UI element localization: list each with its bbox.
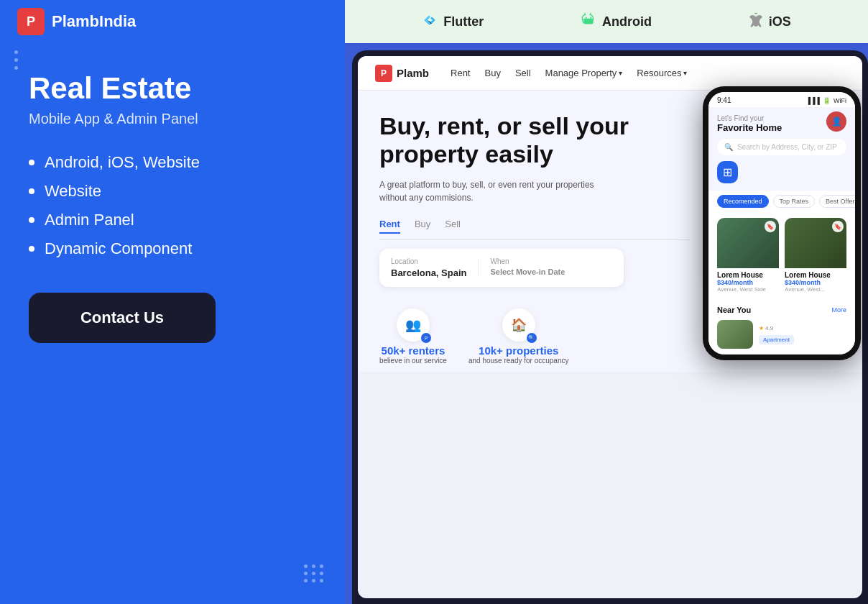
listing-price-2: $340/month [785,279,846,286]
bullet-icon [29,188,34,194]
renters-badge: P [421,333,431,343]
hero-title: Buy, rent, or sell your property easily [379,112,690,168]
near-listing-info: ★ 4.9 Apartment [759,325,846,344]
search-placeholder-text: Search by Address, City, or ZIP [737,143,837,151]
top-bar: P PlambIndia Flutter [0,0,868,43]
stat-renters: 👥 P 50k+ renters believe in our service [379,308,447,365]
logo-section: P PlambIndia [0,0,345,43]
listing-name-1: Lorem House [717,271,779,279]
near-listing-image [717,320,753,349]
feature-list: Android, iOS, Website Website Admin Pane… [29,153,316,258]
flutter-badge: Flutter [422,12,484,32]
chevron-down-icon-2: ▾ [683,69,687,77]
properties-number: 10k+ properties [468,344,569,357]
mobile-user-avatar: 👤 [826,111,846,132]
feature-item-4: Dynamic Component [29,239,316,258]
when-field[interactable]: When Select Move-in Date [490,257,565,278]
right-panel: P Plamb Rent Buy Sell Manage Property ▾ … [345,43,868,604]
listing-address-1: Avenue, West Side [717,286,779,293]
nav-buy[interactable]: Buy [484,68,500,78]
apple-icon [749,12,763,32]
filter-icon: ⊞ [723,165,732,179]
listing-image-1: 🔖 [717,218,779,268]
nav-sell[interactable]: Sell [515,68,531,78]
listing-info-1: Lorem House $340/month Avenue, West Side [717,268,779,296]
save-icon-1[interactable]: 🔖 [765,221,776,232]
renters-label: believe in our service [379,357,447,365]
mobile-hero-section: Let's Find your Favorite Home 👤 🔍 Search… [708,107,855,191]
feature-item-1: Android, iOS, Website [29,153,316,172]
badge-icon-2: 🔍 [528,335,535,341]
chip-recommended[interactable]: Recomended [717,195,769,208]
nav-manage-property[interactable]: Manage Property ▾ [545,68,623,78]
listing-card-1[interactable]: 🔖 Lorem House $340/month Avenue, West Si… [717,218,779,296]
android-label: Android [602,14,652,29]
filter-button[interactable]: ⊞ [717,161,738,183]
mobile-chips: Recomended Top Rates Best Offers Most [708,191,855,212]
mobile-screen: 9:41 ▐▐▐ 🔋 WiFi Let's Find your Favorite… [708,92,855,354]
svg-point-4 [590,17,591,18]
flutter-icon [422,12,438,32]
properties-icon: 🏠 [511,317,527,333]
feature-label-2: Website [45,182,101,201]
properties-badge: 🔍 [527,333,537,343]
hero-description: A great platform to buy, sell, or even r… [379,178,609,204]
chip-top-rates[interactable]: Top Rates [773,195,816,208]
renters-number: 50k+ renters [379,344,447,357]
search-icon: 🔍 [724,143,733,151]
mobile-mockup: 9:41 ▐▐▐ 🔋 WiFi Let's Find your Favorite… [703,86,861,360]
nav-resources[interactable]: Resources ▾ [637,68,687,78]
near-you-more[interactable]: More [831,306,846,314]
apartment-badge: Apartment [759,335,794,344]
site-nav: P Plamb Rent Buy Sell Manage Property ▾ … [358,56,862,91]
search-divider [478,259,479,277]
site-logo-text: Plamb [397,67,429,79]
signal-icon: ▐▐▐ [806,97,820,104]
mobile-time: 9:41 [717,96,731,104]
save-icon-2[interactable]: 🔖 [832,221,844,232]
ios-label: iOS [769,14,791,29]
renters-icon: 👥 [405,317,421,333]
when-value: Select Move-in Date [490,267,565,276]
tab-rent[interactable]: Rent [379,219,400,234]
nav-rent[interactable]: Rent [451,68,470,78]
bullet-icon [29,217,34,223]
tech-badges-bar: Flutter Android iOS [345,0,868,43]
listing-price-1: $340/month [717,279,779,286]
svg-marker-0 [425,15,431,24]
nav-manage-property-label: Manage Property [545,68,617,78]
tab-buy[interactable]: Buy [415,219,430,234]
feature-label-1: Android, iOS, Website [45,153,200,172]
mobile-near-you-header: Near You More [708,301,855,317]
feature-label-3: Admin Panel [45,211,134,229]
rating-value: 4.9 [765,325,773,331]
svg-marker-2 [430,17,435,23]
chip-best-offers[interactable]: Best Offers [819,195,855,208]
location-value: Barcelona, Spain [391,267,466,278]
tab-sell[interactable]: Sell [445,219,461,234]
ios-badge: iOS [749,12,791,32]
wifi-icon: WiFi [834,97,846,104]
battery-icon: 🔋 [823,97,831,104]
contact-us-button[interactable]: Contact Us [29,293,216,343]
listing-name-2: Lorem House [785,271,846,279]
location-label: Location [391,257,466,265]
feature-item-3: Admin Panel [29,211,316,229]
when-label: When [490,257,565,265]
location-field[interactable]: Location Barcelona, Spain [391,257,466,278]
mobile-search-bar[interactable]: 🔍 Search by Address, City, or ZIP [717,139,846,155]
mobile-listings: 🔖 Lorem House $340/month Avenue, West Si… [708,212,855,301]
main-content: Real Estate Mobile App & Admin Panel And… [0,43,868,604]
svg-rect-5 [583,18,593,24]
listing-card-2[interactable]: 🔖 Lorem House $340/month Avenue, West... [785,218,846,296]
hero-left: Buy, rent, or sell your property easily … [379,112,690,287]
flutter-label: Flutter [443,14,484,29]
svg-point-3 [586,17,587,18]
bullet-icon [29,246,34,252]
listing-image-2: 🔖 [785,218,846,268]
listing-info-2: Lorem House $340/month Avenue, West... [785,268,846,296]
search-box: Location Barcelona, Spain When Select Mo… [379,249,624,287]
site-logo: P Plamb [375,65,429,82]
rating-stars: ★ 4.9 [759,325,846,331]
brand-name: PlambIndia [52,12,136,31]
